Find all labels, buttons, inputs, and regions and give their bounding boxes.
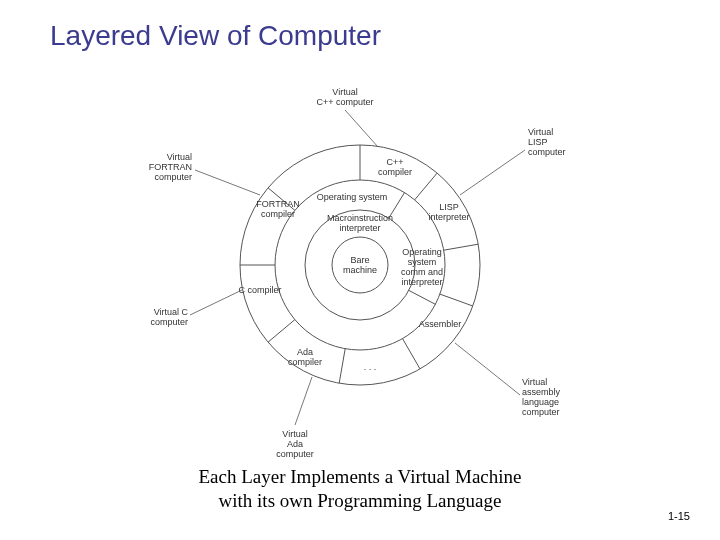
svg-line-8 [444,244,479,250]
svg-line-19 [190,290,242,315]
co5-2: FORTRAN [149,162,192,172]
co5-1: Virtual [167,152,192,162]
svg-line-10 [403,339,421,369]
co2-3: language [522,397,559,407]
center-label-1: Bare [350,255,369,265]
ring3-r1: Operating [402,247,442,257]
svg-line-15 [345,110,378,147]
caption-line-1: Each Layer Implements a Virtual Machine [199,466,522,487]
svg-line-12 [268,320,295,343]
r4-s0-2: compiler [378,167,412,177]
center-label-2: machine [343,265,377,275]
ring2-label-1: Macroinstruction [327,213,393,223]
r4-s1-1: LISP [439,202,459,212]
co1-3: computer [528,147,566,157]
svg-line-18 [295,377,312,425]
co5-3: computer [154,172,192,182]
r4-s6-2: compiler [288,357,322,367]
ring3-r2: system [408,257,437,267]
r4-s8-1: FORTRAN [256,199,299,209]
co3-2: Ada [287,439,303,449]
co0-2: C++ computer [316,97,373,107]
r4-s0-1: C++ [386,157,403,167]
layered-diagram: Bare machine Macroinstruction interprete… [140,75,580,455]
svg-line-7 [415,173,438,200]
co4-2: computer [150,317,188,327]
co2-2: assembly [522,387,561,397]
slide-title: Layered View of Computer [50,20,381,52]
co1-2: LISP [528,137,548,147]
svg-line-9 [440,294,473,306]
page-number: 1-15 [668,510,690,522]
r4-s1-2: interpreter [428,212,469,222]
co2-4: computer [522,407,560,417]
r4-s6-1: Ada [297,347,313,357]
svg-line-5 [409,290,436,304]
caption-line-2: with its own Programming Language [219,490,502,511]
caption: Each Layer Implements a Virtual Machine … [0,465,720,513]
r4-s5-1: . . . [364,362,377,372]
r4-s8-2: compiler [261,209,295,219]
svg-line-20 [195,170,260,195]
co3-1: Virtual [282,429,307,439]
r4-s3-1: Assembler [419,319,462,329]
ring3-r4: interpreter [401,277,442,287]
co2-1: Virtual [522,377,547,387]
ring3-top: Operating system [317,192,388,202]
co1-1: Virtual [528,127,553,137]
ring2-label-2: interpreter [339,223,380,233]
co3-3: computer [276,449,314,459]
r4-s7-1: C compiler [238,285,281,295]
ring3-r3: comm and [401,267,443,277]
co4-1: Virtual C [154,307,189,317]
svg-line-11 [339,349,345,384]
svg-line-16 [460,150,525,195]
svg-line-17 [455,343,520,395]
co0-1: Virtual [332,87,357,97]
